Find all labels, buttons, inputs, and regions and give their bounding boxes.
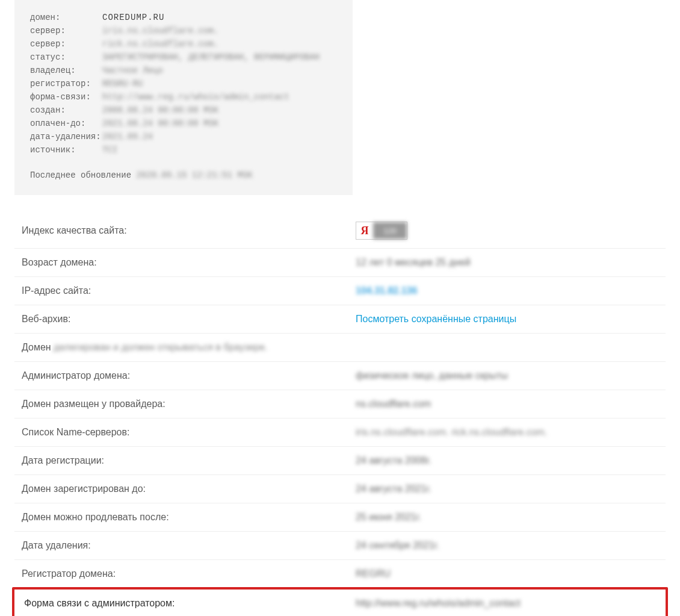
domain-info-table: Индекс качества сайта: Я 120 Возраст дом… (14, 213, 666, 616)
whois-value: rick.ns.cloudflare.com. (102, 37, 218, 51)
value-provider: ns.cloudflare.com (356, 399, 658, 409)
row-domain-status: Домен делегирован и должен открываться в… (14, 334, 666, 362)
label-ns: Список Name-серверов: (22, 427, 356, 438)
value-deldate: 24 сентября 2021г. (356, 540, 658, 551)
label-contactform: Форма связи с администратором: (24, 598, 356, 609)
value-contactform: http://www.reg.ru/whois/admin_contact (356, 598, 656, 609)
whois-footer: Последнее обновление 2020.09.15 12:21:51… (30, 169, 337, 182)
row-archive: Веб-архив: Посмотреть сохранённые страни… (14, 305, 666, 334)
row-admin: Администратор домена: физическое лицо, д… (14, 362, 666, 390)
whois-panel: домен: COREDUMP.RU сервер: iris.ns.cloud… (14, 0, 353, 195)
whois-label: сервер: (30, 37, 102, 51)
label-ip: IP-адрес сайта: (22, 285, 356, 296)
whois-label: форма-связи: (30, 90, 102, 104)
row-contact-form-highlighted: Форма связи с администратором: http://ww… (12, 587, 668, 616)
whois-row-source: источник: TCI (30, 143, 337, 157)
row-ip: IP-адрес сайта: 104.31.82.136 (14, 277, 666, 305)
whois-label: создан: (30, 104, 102, 117)
whois-value: iris.ns.cloudflare.com. (102, 24, 218, 37)
whois-value: 2021.09.24 (102, 130, 153, 143)
value-ip: 104.31.82.136 (356, 285, 658, 296)
ns-value-1: iris.ns.cloudflare.com. (356, 427, 449, 438)
ip-link[interactable]: 104.31.82.136 (356, 285, 417, 296)
whois-value-domain: COREDUMP.RU (102, 11, 164, 24)
whois-value: Частное Лицо (102, 64, 163, 77)
label-quality: Индекс качества сайта: (22, 225, 356, 236)
value-registrar: REGRU (356, 568, 658, 579)
whois-label: дата-удаления: (30, 130, 102, 143)
label-deldate: Дата удаления: (22, 540, 356, 551)
row-age: Возраст домена: 12 лет 0 месяцев 25 дней (14, 249, 666, 277)
label-admin: Администратор домена: (22, 370, 356, 381)
whois-value: ЗАРЕГИСТРИРОВАН, ДЕЛЕГИРОВАН, ВЕРИФИЦИРО… (102, 51, 320, 64)
label-domain-status: Домен делегирован и должен открываться в… (22, 342, 658, 353)
label-archive: Веб-архив: (22, 314, 356, 325)
row-regdate: Дата регистрации: 24 августа 2008г. (14, 447, 666, 475)
label-renew: Домен можно продлевать после: (22, 512, 356, 523)
whois-value: TCI (102, 143, 117, 157)
value-reguntil: 24 августа 2021г. (356, 484, 658, 494)
whois-label: владелец: (30, 64, 102, 77)
value-renew: 25 июня 2021г. (356, 512, 658, 523)
value-age: 12 лет 0 месяцев 25 дней (356, 257, 658, 268)
whois-value: http://www.reg.ru/whois/admin_contact (102, 90, 289, 104)
whois-row-status: статус: ЗАРЕГИСТРИРОВАН, ДЕЛЕГИРОВАН, ВЕ… (30, 51, 337, 64)
whois-value: 2021.08.24 00:00:00 MSK (102, 117, 218, 130)
whois-row-registrar: регистратор: REGRU-RU (30, 77, 337, 90)
row-provider: Домен размещен у провайдера: ns.cloudfla… (14, 390, 666, 418)
whois-label: домен: (30, 11, 102, 24)
yandex-quality-badge: Я 120 (356, 222, 407, 240)
domain-status-value: делегирован и должен открываться в брауз… (54, 342, 267, 352)
whois-row-server1: сервер: iris.ns.cloudflare.com. (30, 24, 337, 37)
whois-label: источник: (30, 143, 102, 157)
whois-value: 2008.08.24 00:00:00 MSK (102, 104, 218, 117)
yandex-logo-icon: Я (356, 222, 373, 239)
value-regdate: 24 августа 2008г. (356, 455, 658, 466)
value-ns: iris.ns.cloudflare.com. rick.ns.cloudfla… (356, 427, 658, 438)
yandex-quality-number: 120 (373, 222, 407, 239)
label-provider: Домен размещен у провайдера: (22, 399, 356, 409)
row-ns: Список Name-серверов: iris.ns.cloudflare… (14, 418, 666, 447)
whois-row-paid: оплачен-до: 2021.08.24 00:00:00 MSK (30, 117, 337, 130)
whois-row-domain: домен: COREDUMP.RU (30, 11, 337, 24)
whois-footer-value: 2020.09.15 12:21:51 MSK (136, 170, 252, 180)
whois-value: REGRU-RU (102, 77, 143, 90)
whois-row-delete: дата-удаления: 2021.09.24 (30, 130, 337, 143)
whois-row-server2: сервер: rick.ns.cloudflare.com. (30, 37, 337, 51)
domain-status-prefix: Домен (22, 342, 54, 352)
row-deldate: Дата удаления: 24 сентября 2021г. (14, 532, 666, 560)
whois-row-owner: владелец: Частное Лицо (30, 64, 337, 77)
whois-row-created: создан: 2008.08.24 00:00:00 MSK (30, 104, 337, 117)
label-reguntil: Домен зарегистрирован до: (22, 484, 356, 494)
value-archive: Посмотреть сохранённые страницы (356, 314, 658, 325)
whois-label: сервер: (30, 24, 102, 37)
row-quality: Индекс качества сайта: Я 120 (14, 213, 666, 249)
whois-row-contact: форма-связи: http://www.reg.ru/whois/adm… (30, 90, 337, 104)
value-quality: Я 120 (356, 222, 658, 240)
row-reguntil: Домен зарегистрирован до: 24 августа 202… (14, 475, 666, 503)
value-admin: физическое лицо, данные скрыты (356, 370, 658, 381)
row-renew: Домен можно продлевать после: 25 июня 20… (14, 503, 666, 532)
label-registrar: Регистратор домена: (22, 568, 356, 579)
ns-value-2: rick.ns.cloudflare.com. (451, 427, 547, 438)
whois-label: оплачен-до: (30, 117, 102, 130)
row-registrar: Регистратор домена: REGRU (14, 560, 666, 588)
archive-link[interactable]: Посмотреть сохранённые страницы (356, 314, 516, 324)
whois-label: статус: (30, 51, 102, 64)
label-age: Возраст домена: (22, 257, 356, 268)
label-regdate: Дата регистрации: (22, 455, 356, 466)
whois-label: регистратор: (30, 77, 102, 90)
whois-footer-prefix: Последнее обновление (30, 170, 136, 180)
